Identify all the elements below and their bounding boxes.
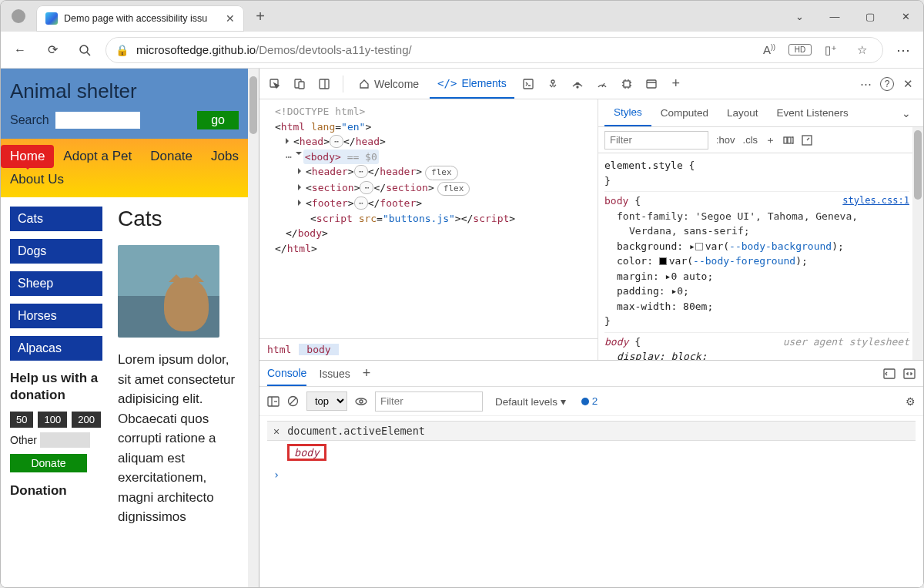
search-icon[interactable]	[73, 39, 96, 62]
collections-icon[interactable]: ▯⁺	[819, 43, 842, 57]
amount-50[interactable]: 50	[10, 412, 33, 428]
drawer-dock-icon[interactable]	[883, 361, 896, 387]
styles-tab-events[interactable]: Event Listeners	[768, 99, 858, 127]
console-body[interactable]: ✕ document.activeElement body ›	[259, 416, 923, 587]
console-drawer: Console Issues + top Default levels ▾ 2	[259, 360, 923, 587]
address-bar[interactable]: 🔒 microsoftedge.github.io/Demos/devtools…	[105, 37, 883, 63]
read-aloud-icon[interactable]: A))	[758, 43, 781, 56]
tab-elements[interactable]: </> Elements	[430, 69, 514, 99]
browser-tab[interactable]: Demo page with accessibility issu ✕	[36, 5, 244, 32]
refresh-button[interactable]: ⟳	[41, 39, 64, 62]
device-icon[interactable]	[289, 73, 310, 95]
profile-icon[interactable]	[12, 9, 25, 23]
window-maximize-button[interactable]: ▢	[852, 1, 888, 32]
nav-donate[interactable]: Donate	[141, 145, 202, 168]
search-input[interactable]	[55, 112, 140, 129]
drawer-expand-icon[interactable]	[903, 361, 916, 387]
rendered-page: Animal shelter Search go Home Adopt a Pe…	[1, 69, 259, 587]
console-filter-input[interactable]	[375, 391, 483, 412]
sidebar-item-sheep[interactable]: Sheep	[10, 271, 102, 296]
amount-200[interactable]: 200	[72, 412, 101, 428]
window-close-button[interactable]: ✕	[888, 1, 923, 32]
ellipsis-icon[interactable]: ⋯	[286, 151, 293, 163]
performance-icon[interactable]	[591, 73, 613, 95]
drawer-tab-console[interactable]: Console	[267, 361, 306, 386]
source-link[interactable]: styles.css:1	[842, 193, 909, 207]
devtools-menu-icon[interactable]: ⋯	[855, 73, 877, 95]
sidebar-item-cats[interactable]: Cats	[10, 207, 102, 231]
devtools-close-icon[interactable]: ✕	[897, 73, 919, 95]
svg-point-0	[80, 45, 88, 53]
nav-about[interactable]: About Us	[1, 168, 73, 191]
tab-welcome[interactable]: Welcome	[351, 69, 427, 99]
panel-icon[interactable]	[313, 73, 335, 95]
nav-home[interactable]: Home	[1, 145, 54, 168]
favorite-icon[interactable]: ☆	[850, 43, 873, 57]
lock-icon: 🔒	[116, 44, 129, 56]
expression-close-icon[interactable]: ✕	[273, 425, 280, 437]
hd-icon[interactable]: HD	[788, 44, 812, 55]
selected-body-node[interactable]: <body> == $0	[303, 150, 379, 165]
go-button[interactable]: go	[197, 111, 239, 129]
help-icon[interactable]: ?	[880, 77, 894, 91]
main-nav: Home Adopt a Pet Donate Jobs About Us	[1, 139, 248, 197]
box-editor-icon[interactable]	[802, 135, 812, 146]
crumb-html[interactable]: html	[259, 344, 299, 355]
new-tab-button[interactable]: +	[249, 8, 272, 25]
styles-scrollbar[interactable]	[912, 127, 923, 360]
result-highlight: body	[287, 444, 326, 461]
sidebar-item-alpacas[interactable]: Alpacas	[10, 336, 102, 361]
browser-menu-button[interactable]: ⋯	[892, 39, 916, 62]
page-scrollbar[interactable]	[248, 69, 259, 587]
tab-title: Demo page with accessibility issu	[64, 13, 218, 24]
styles-tab-styles[interactable]: Styles	[604, 99, 651, 126]
styles-rules[interactable]: element.style { } styles.css:1 body { fo…	[598, 153, 923, 360]
drawer-tab-issues[interactable]: Issues	[319, 361, 350, 387]
console-prompt-icon[interactable]: ›	[267, 464, 916, 486]
nav-adopt[interactable]: Adopt a Pet	[54, 145, 141, 168]
hov-toggle[interactable]: :hov	[716, 134, 735, 146]
help-heading: Help us with a donation	[10, 370, 102, 404]
drawer-add-tab-icon[interactable]: +	[363, 361, 371, 387]
network-icon[interactable]	[567, 73, 588, 95]
styles-filter-input[interactable]	[604, 131, 708, 150]
styles-pane: Styles Computed Layout Event Listeners ⌄…	[598, 99, 923, 360]
window-chevron-icon[interactable]: ⌄	[782, 1, 817, 32]
live-expression-icon[interactable]	[355, 397, 367, 406]
console-settings-icon[interactable]: ⚙	[906, 395, 916, 408]
dom-tree[interactable]: <!DOCTYPE html> <html lang="en"> <head>⋯…	[259, 99, 598, 338]
log-levels-selector[interactable]: Default levels ▾	[495, 395, 566, 408]
clear-console-icon[interactable]	[287, 395, 299, 407]
sources-icon[interactable]	[542, 73, 564, 95]
amount-100[interactable]: 100	[38, 412, 67, 428]
inspect-icon[interactable]	[264, 73, 286, 95]
cls-toggle[interactable]: .cls	[743, 134, 758, 146]
other-amount-input[interactable]	[40, 432, 90, 448]
memory-icon[interactable]	[616, 73, 638, 95]
nav-jobs[interactable]: Jobs	[202, 145, 248, 168]
new-rule-icon[interactable]: ＋	[765, 133, 775, 147]
page-main: Cats Lorem ipsum dolor, sit amet consect…	[118, 207, 240, 527]
svg-point-23	[356, 398, 367, 405]
back-button[interactable]: ←	[8, 39, 32, 62]
donate-button[interactable]: Donate	[10, 454, 87, 472]
elements-tree-pane: <!DOCTYPE html> <html lang="en"> <head>⋯…	[259, 99, 598, 360]
flex-editor-icon[interactable]	[783, 135, 794, 146]
application-icon[interactable]	[641, 73, 662, 95]
sidebar-item-horses[interactable]: Horses	[10, 304, 102, 328]
tab-close-icon[interactable]: ✕	[224, 12, 236, 25]
crumb-body[interactable]: body	[299, 344, 338, 355]
styles-overflow-icon[interactable]: ⌄	[896, 99, 917, 127]
expression-text[interactable]: document.activeElement	[287, 425, 425, 437]
console-tab-icon[interactable]	[517, 73, 539, 95]
issues-badge[interactable]: 2	[581, 395, 598, 407]
context-selector[interactable]: top	[306, 391, 347, 411]
browser-toolbar: ← ⟳ 🔒 microsoftedge.github.io/Demos/devt…	[1, 32, 923, 69]
more-tabs-icon[interactable]: +	[665, 73, 687, 95]
styles-tab-computed[interactable]: Computed	[651, 99, 718, 127]
svg-rect-5	[320, 79, 329, 89]
styles-tab-layout[interactable]: Layout	[718, 99, 768, 127]
window-minimize-button[interactable]: —	[817, 1, 852, 32]
sidebar-item-dogs[interactable]: Dogs	[10, 239, 102, 264]
console-sidebar-icon[interactable]	[267, 396, 280, 407]
